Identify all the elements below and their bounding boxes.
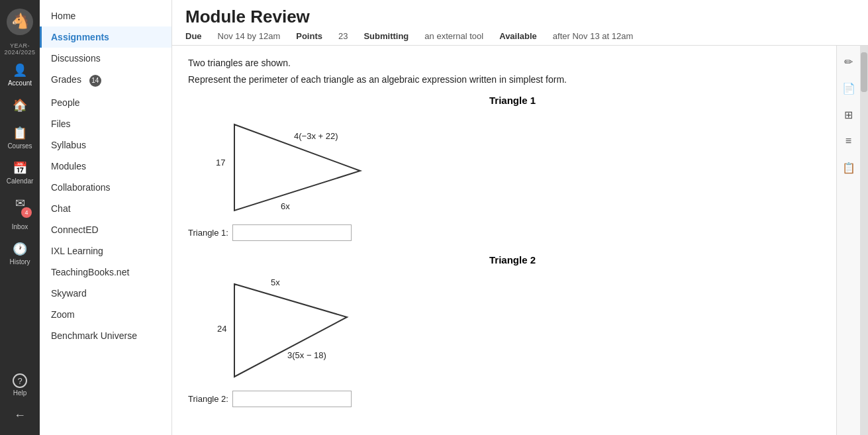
sidebar-icon-courses[interactable]: 📋 Courses — [0, 120, 40, 155]
nav-item-grades[interactable]: Grades 14 — [40, 69, 171, 92]
nav-item-collaborations[interactable]: Collaborations — [40, 177, 171, 198]
nav-item-assignments[interactable]: Assignments — [40, 26, 171, 48]
main-content: Module Review Due Nov 14 by 12am Points … — [172, 0, 868, 435]
triangle1-answer-input[interactable] — [232, 224, 352, 241]
sidebar-icon-calendar[interactable]: 📅 Calendar — [0, 155, 40, 190]
question-text: Two triangles are shown. Represent the p… — [188, 56, 784, 87]
tool-pencil-button[interactable]: ✏ — [840, 52, 858, 71]
triangle1-answer-row: Triangle 1: — [188, 224, 784, 241]
sidebar-icon-dashboard[interactable]: 🏠 — [0, 92, 40, 120]
svg-marker-3 — [234, 284, 347, 377]
sidebar-icon-inbox[interactable]: ✉ 4 Inbox — [0, 190, 40, 236]
nav-item-teachingbooks[interactable]: TeachingBooks.net — [40, 262, 171, 283]
tool-doc-button[interactable]: 📄 — [840, 79, 858, 97]
triangle1-title: Triangle 1 — [241, 95, 784, 106]
sidebar-icon-account[interactable]: 👤 Account — [0, 57, 40, 92]
triangle2-side1-label: 5x — [271, 277, 280, 287]
svg-text:🐴: 🐴 — [11, 12, 30, 30]
triangle2-side3-label: 3(5x − 18) — [287, 350, 326, 360]
due-label: Due — [185, 31, 202, 41]
triangle2-answer-row: Triangle 2: — [188, 391, 784, 407]
meta-row: Due Nov 14 by 12am Points 23 Submitting … — [185, 31, 855, 41]
nav-item-syllabus[interactable]: Syllabus — [40, 134, 171, 156]
tool-clipboard-button[interactable]: 📋 — [840, 158, 858, 177]
nav-item-chat[interactable]: Chat — [40, 198, 171, 219]
page-header: Module Review Due Nov 14 by 12am Points … — [172, 0, 868, 46]
nav-item-people[interactable]: People — [40, 92, 171, 113]
app-logo: 🐴 — [3, 5, 36, 38]
question-panel: Two triangles are shown. Represent the p… — [188, 56, 784, 424]
courses-icon: 📋 — [12, 125, 28, 141]
triangle2-section: Triangle 2 5x 24 3(5x − 18) Triangle 2: — [188, 254, 784, 407]
collapse-icon: ← — [12, 407, 28, 423]
right-tools-panel: ✏ 📄 ⊞ ≡ 📋 — [836, 46, 860, 435]
content-area: Two triangles are shown. Represent the p… — [172, 46, 836, 435]
history-icon: 🕐 — [12, 241, 28, 257]
triangle2-title: Triangle 2 — [241, 254, 784, 266]
nav-item-files[interactable]: Files — [40, 113, 171, 134]
triangle2-side2-label: 24 — [217, 324, 226, 334]
scrollbar[interactable] — [860, 46, 868, 435]
triangle2-answer-label: Triangle 2: — [188, 394, 228, 404]
sidebar-icon-collapse[interactable]: ← — [0, 402, 40, 430]
nav-item-discussions[interactable]: Discussions — [40, 48, 171, 69]
grades-badge: 14 — [89, 75, 101, 87]
submitting-label: Submitting — [363, 31, 409, 41]
calendar-icon: 📅 — [12, 160, 28, 176]
due-value: Nov 14 by 12am — [218, 31, 281, 41]
icon-sidebar: 🐴 YEAR-2024/2025 👤 Account 🏠 📋 Courses 📅… — [0, 0, 40, 435]
year-label: YEAR-2024/2025 — [0, 41, 40, 57]
sidebar-icon-help[interactable]: ? Help — [0, 368, 40, 402]
triangle2-answer-input[interactable] — [232, 391, 352, 407]
triangle1-section: Triangle 1 17 4(−3x + 22) 6x Triangle — [188, 95, 784, 241]
page-title: Module Review — [185, 7, 855, 27]
available-value: after Nov 13 at 12am — [553, 31, 633, 41]
triangle1-answer-label: Triangle 1: — [188, 228, 228, 238]
nav-sidebar: Home Assignments Discussions Grades 14 P… — [40, 0, 172, 435]
submitting-value: an external tool — [424, 31, 483, 41]
points-label: Points — [296, 31, 322, 41]
nav-item-connected[interactable]: ConnectED — [40, 219, 171, 240]
dashboard-icon: 🏠 — [12, 97, 28, 113]
triangle1-side2-label: 4(−3x + 22) — [294, 131, 338, 141]
nav-item-ixl[interactable]: IXL Learning — [40, 240, 171, 262]
nav-item-skyward[interactable]: Skyward — [40, 283, 171, 304]
nav-item-home[interactable]: Home — [40, 5, 171, 26]
tool-grid-button[interactable]: ⊞ — [840, 105, 858, 124]
points-value: 23 — [338, 31, 348, 41]
tool-lines-button[interactable]: ≡ — [840, 132, 858, 150]
nav-item-modules[interactable]: Modules — [40, 156, 171, 177]
triangle1-side1-label: 17 — [216, 158, 225, 168]
available-label: Available — [499, 31, 537, 41]
inbox-badge: 4 — [21, 207, 32, 218]
help-icon: ? — [13, 373, 27, 388]
account-icon: 👤 — [12, 62, 28, 78]
scrollbar-thumb — [861, 52, 867, 92]
nav-item-benchmark[interactable]: Benchmark Universe — [40, 325, 171, 346]
sidebar-icon-history[interactable]: 🕐 History — [0, 236, 40, 271]
triangle1-side3-label: 6x — [281, 201, 290, 211]
nav-item-zoom[interactable]: Zoom — [40, 304, 171, 325]
